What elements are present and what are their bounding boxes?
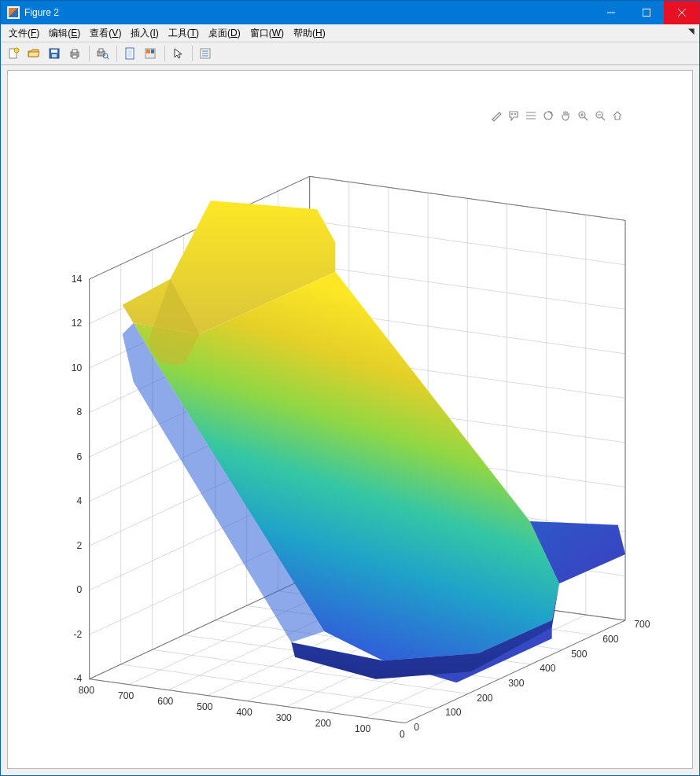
new-file-icon [7,47,20,60]
svg-text:500: 500 [571,649,587,660]
print-preview-icon [96,47,109,60]
svg-rect-17 [146,54,154,57]
svg-rect-4 [51,50,57,53]
minimize-icon [607,9,615,17]
save-button[interactable] [45,44,64,63]
svg-rect-16 [151,50,154,53]
svg-text:-4: -4 [74,673,83,684]
maximize-icon [643,9,650,17]
svg-rect-10 [99,49,103,52]
svg-text:700: 700 [634,619,650,630]
list-icon [199,47,212,60]
property-inspector-button[interactable] [196,44,215,63]
figure-canvas[interactable]: -4-202468101214 010020030040050060070080… [7,70,693,769]
minimize-button[interactable] [593,1,628,24]
z-axis-ticks: -4-202468101214 [72,274,83,685]
edit-plot-button[interactable] [168,44,187,63]
svg-text:600: 600 [157,696,173,707]
svg-text:100: 100 [445,707,461,718]
svg-text:0: 0 [400,729,405,740]
svg-text:800: 800 [79,685,94,696]
print-preview-button[interactable] [93,44,112,63]
print-icon [68,47,81,60]
menu-tools[interactable]: 工具(T) [164,25,204,42]
svg-text:200: 200 [315,718,331,729]
menu-window[interactable]: 窗口(W) [245,25,289,42]
insert-colorbar-button[interactable] [141,44,160,63]
menubar: 文件(F) 编辑(E) 查看(V) 插入(I) 工具(T) 桌面(D) 窗口(W… [1,24,699,42]
svg-rect-7 [72,50,77,53]
svg-text:600: 600 [602,634,618,645]
colorbar-icon [144,47,157,60]
svg-text:-2: -2 [74,629,83,640]
svg-text:100: 100 [355,723,370,734]
svg-text:14: 14 [72,274,83,285]
menu-overflow-icon[interactable]: ◥ [688,27,694,35]
link-icon [123,47,136,60]
maximize-button[interactable] [628,1,664,24]
menu-insert[interactable]: 插入(I) [126,25,163,42]
svg-text:0: 0 [77,584,83,595]
menu-edit[interactable]: 编辑(E) [44,25,85,42]
svg-rect-15 [146,50,150,53]
app-icon [7,6,20,19]
pointer-icon [171,47,184,60]
svg-text:10: 10 [72,362,83,373]
svg-text:700: 700 [118,690,134,701]
svg-text:2: 2 [77,540,83,551]
menu-desktop[interactable]: 桌面(D) [204,25,245,42]
menu-help[interactable]: 帮助(H) [289,25,330,42]
close-button[interactable] [664,1,699,24]
svg-text:500: 500 [197,701,212,712]
svg-text:0: 0 [414,722,419,733]
svg-text:400: 400 [236,707,252,718]
window-buttons [593,1,699,24]
svg-point-2 [14,48,19,53]
svg-rect-0 [643,9,650,17]
svg-text:4: 4 [77,495,83,506]
svg-text:300: 300 [276,712,292,723]
save-icon [48,47,61,60]
svg-text:8: 8 [77,406,83,417]
svg-rect-5 [52,54,57,57]
titlebar: Figure 2 [1,1,699,24]
svg-text:6: 6 [77,451,83,462]
new-figure-button[interactable] [4,44,23,63]
close-icon [678,9,686,17]
print-button[interactable] [65,44,84,63]
menu-view[interactable]: 查看(V) [85,25,126,42]
axes3d[interactable]: -4-202468101214 010020030040050060070080… [24,114,676,752]
svg-text:400: 400 [540,663,555,674]
open-file-button[interactable] [24,44,43,63]
window-title: Figure 2 [24,7,59,18]
menu-file[interactable]: 文件(F) [4,25,44,42]
svg-rect-8 [72,55,77,58]
figure-window: Figure 2 文件(F) 编辑(E) 查看(V) 插入(I) 工具(T) 桌… [0,0,700,776]
svg-text:200: 200 [477,693,492,704]
link-plot-button[interactable] [120,44,139,63]
folder-open-icon [28,47,40,60]
svg-text:300: 300 [508,678,524,689]
surface-plot: -4-202468101214 010020030040050060070080… [24,114,676,752]
svg-rect-13 [127,50,132,57]
svg-text:12: 12 [72,318,83,329]
toolbar [1,42,699,65]
